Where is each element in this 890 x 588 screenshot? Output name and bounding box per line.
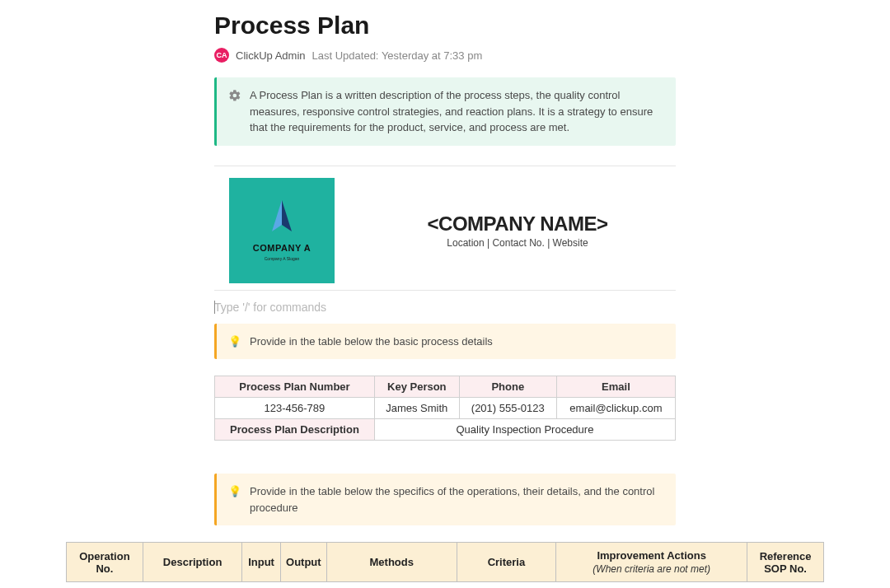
company-logo: COMPANY A Company A Slogan xyxy=(229,178,335,283)
ops-callout: 💡 Provide in the table below the specifi… xyxy=(214,474,676,525)
slash-command-input[interactable]: Type '/' for commands xyxy=(214,299,676,315)
operations-table[interactable]: Operation No. Description Input Output M… xyxy=(66,542,824,582)
col-op-output: Output xyxy=(280,543,326,582)
cell-description-value[interactable]: Quality Inspection Procedure xyxy=(374,419,675,441)
col-key-person: Key Person xyxy=(374,376,459,398)
col-op-input: Input xyxy=(242,543,280,582)
cell-email[interactable]: email@clickup.com xyxy=(556,398,675,419)
cell-plan-number[interactable]: 123-456-789 xyxy=(215,398,375,419)
intro-callout-text: A Process Plan is a written description … xyxy=(250,87,664,136)
last-updated-label: Last Updated: Yesterday at 7:33 pm xyxy=(312,49,483,62)
table-header-row: Operation No. Description Input Output M… xyxy=(67,543,824,582)
doc-meta-row: CA ClickUp Admin Last Updated: Yesterday… xyxy=(214,48,676,63)
company-subline[interactable]: Location | Contact No. | Website xyxy=(359,237,676,249)
table-row: Process Plan Description Quality Inspect… xyxy=(215,419,676,441)
company-text-block: <COMPANY NAME> Location | Contact No. | … xyxy=(359,212,676,249)
col-phone: Phone xyxy=(459,376,556,398)
col-op-methods: Methods xyxy=(326,543,457,582)
details-callout: 💡 Provide in the table below the basic p… xyxy=(214,324,676,360)
updated-label-text: Last Updated: xyxy=(312,49,379,62)
process-details-table[interactable]: Process Plan Number Key Person Phone Ema… xyxy=(214,376,676,441)
page-title: Process Plan xyxy=(214,12,676,40)
svg-marker-0 xyxy=(282,200,292,231)
table-row: 123-456-789 James Smith (201) 555-0123 e… xyxy=(215,398,676,419)
cell-description-label: Process Plan Description xyxy=(215,419,375,441)
col-op-criteria: Criteria xyxy=(457,543,556,582)
details-callout-text: Provide in the table below the basic pro… xyxy=(250,334,493,350)
logo-company-slogan: Company A Slogan xyxy=(265,256,300,261)
improvement-sub: (When criteria are not met) xyxy=(561,563,742,575)
intro-callout: A Process Plan is a written description … xyxy=(214,77,676,146)
author-name[interactable]: ClickUp Admin xyxy=(236,49,306,62)
logo-company-name: COMPANY A xyxy=(253,243,311,253)
author-avatar[interactable]: CA xyxy=(214,48,229,63)
updated-value-text: Yesterday at 7:33 pm xyxy=(382,49,482,62)
svg-marker-1 xyxy=(272,200,282,231)
col-op-reference: Reference SOP No. xyxy=(747,543,824,582)
improvement-main: Improvement Actions xyxy=(597,549,705,562)
col-email: Email xyxy=(556,376,675,398)
col-plan-number: Process Plan Number xyxy=(215,376,375,398)
cell-key-person[interactable]: James Smith xyxy=(374,398,459,419)
ops-callout-text: Provide in the table below the specifics… xyxy=(250,483,664,516)
col-op-description: Description xyxy=(143,543,242,582)
divider xyxy=(214,166,676,166)
company-name-placeholder[interactable]: <COMPANY NAME> xyxy=(359,212,676,236)
lightbulb-icon: 💡 xyxy=(228,485,241,498)
company-header-row: COMPANY A Company A Slogan <COMPANY NAME… xyxy=(214,175,676,291)
cell-phone[interactable]: (201) 555-0123 xyxy=(459,398,556,419)
col-op-improvement: Improvement Actions (When criteria are n… xyxy=(556,543,747,582)
logo-mark-icon xyxy=(267,200,297,235)
lightbulb-icon: 💡 xyxy=(228,335,241,348)
col-op-no: Operation No. xyxy=(67,543,143,582)
table-row: Process Plan Number Key Person Phone Ema… xyxy=(215,376,676,398)
gear-icon xyxy=(228,89,241,102)
